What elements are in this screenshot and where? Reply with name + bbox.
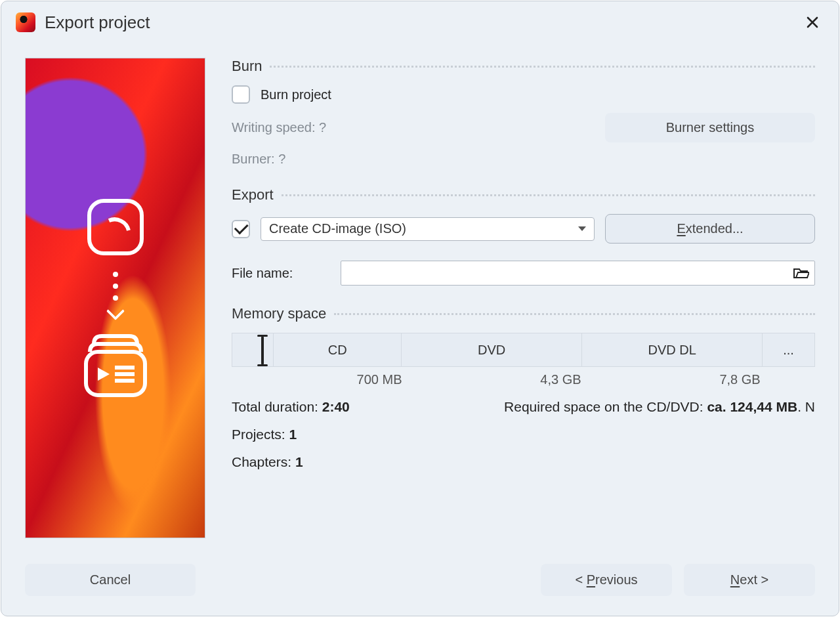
memory-seg-dvddl: DVD DL	[581, 333, 762, 366]
chapters-count: Chapters: 1	[232, 454, 815, 470]
arrow-down-icon	[109, 272, 122, 318]
chevron-down-icon	[578, 226, 586, 231]
close-icon	[806, 16, 819, 29]
export-heading: Export	[232, 186, 274, 203]
divider	[334, 313, 815, 315]
memory-seg-more: ...	[762, 333, 814, 366]
writing-speed-label: Writing speed: ?	[232, 120, 326, 135]
burn-project-checkbox[interactable]	[232, 85, 250, 104]
memory-tick-labels: 700 MB 4,3 GB 7,8 GB	[232, 372, 815, 387]
next-button[interactable]: Next >	[684, 564, 815, 596]
filename-label: File name:	[232, 266, 330, 281]
playlist-icon	[79, 330, 152, 402]
browse-folder-button[interactable]	[792, 265, 809, 282]
folder-open-icon	[792, 265, 809, 282]
export-enable-checkbox[interactable]	[232, 220, 250, 238]
required-space: Required space on the CD/DVD: ca. 124,44…	[504, 399, 815, 415]
cancel-button[interactable]: Cancel	[25, 564, 196, 596]
previous-button[interactable]: < Previous	[541, 564, 672, 596]
memory-capacity-bar: CD DVD DVD DL ...	[232, 333, 815, 367]
projects-count: Projects: 1	[232, 427, 815, 442]
preview-image	[25, 58, 205, 538]
divider	[270, 66, 815, 68]
titlebar: Export project	[1, 1, 839, 45]
burner-label: Burner: ?	[232, 152, 285, 167]
extended-button[interactable]: Extended...	[605, 214, 815, 244]
app-icon	[16, 12, 35, 32]
close-button[interactable]	[801, 11, 824, 34]
burn-project-label: Burn project	[261, 87, 331, 102]
memory-seg-dvd: DVD	[401, 333, 581, 366]
filename-input[interactable]	[341, 261, 815, 286]
memory-heading: Memory space	[232, 305, 326, 322]
svg-marker-2	[98, 368, 110, 381]
window-title: Export project	[45, 12, 150, 33]
total-duration: Total duration: 2:40	[232, 399, 350, 415]
source-media-icon	[83, 194, 148, 260]
memory-seg-cd: CD	[273, 333, 401, 366]
export-format-value: Create CD-image (ISO)	[269, 221, 406, 236]
export-format-select[interactable]: Create CD-image (ISO)	[261, 217, 595, 241]
burn-heading: Burn	[232, 58, 262, 75]
svg-rect-0	[89, 201, 142, 253]
divider	[282, 194, 815, 196]
export-project-dialog: Export project	[1, 1, 839, 616]
burner-settings-button[interactable]: Burner settings	[605, 113, 815, 142]
